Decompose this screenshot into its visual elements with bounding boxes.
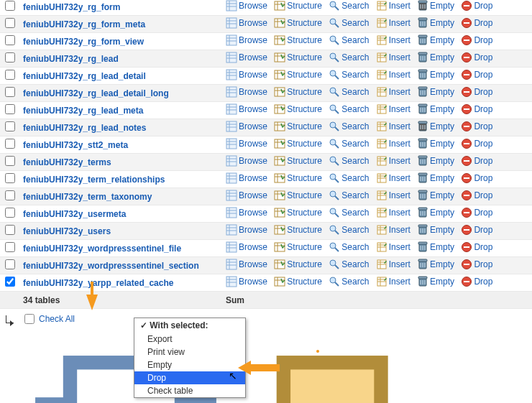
row-checkbox[interactable] xyxy=(5,1,15,11)
browse-action[interactable]: Browse xyxy=(226,52,267,63)
insert-action[interactable]: Insert xyxy=(376,172,411,184)
insert-action[interactable]: Insert xyxy=(376,155,411,167)
drop-action[interactable]: Drop xyxy=(461,17,492,29)
empty-action[interactable]: Empty xyxy=(417,86,454,98)
drop-action[interactable]: Drop xyxy=(461,0,492,11)
structure-action[interactable]: Structure xyxy=(274,52,322,63)
structure-action[interactable]: Structure xyxy=(274,276,322,287)
insert-action[interactable]: Insert xyxy=(376,121,411,132)
table-link[interactable]: feniubUHI732y_rg_lead xyxy=(23,54,119,64)
row-checkbox[interactable] xyxy=(5,139,15,149)
search-action[interactable]: Search xyxy=(329,17,369,29)
row-checkbox[interactable] xyxy=(5,156,15,166)
structure-action[interactable]: Structure xyxy=(274,121,322,132)
search-action[interactable]: Search xyxy=(329,121,369,132)
row-checkbox[interactable] xyxy=(5,104,15,114)
drop-action[interactable]: Drop xyxy=(461,69,492,80)
browse-action[interactable]: Browse xyxy=(226,103,267,115)
search-action[interactable]: Search xyxy=(329,103,369,115)
table-link[interactable]: feniubUHI732y_rg_lead_notes xyxy=(23,123,146,133)
row-checkbox[interactable] xyxy=(5,52,15,62)
structure-action[interactable]: Structure xyxy=(274,259,322,270)
structure-action[interactable]: Structure xyxy=(274,17,322,29)
dropdown-item[interactable]: Print view xyxy=(134,346,245,358)
insert-action[interactable]: Insert xyxy=(376,103,411,115)
dropdown-item[interactable]: Check table xyxy=(134,384,245,397)
browse-action[interactable]: Browse xyxy=(226,190,267,201)
structure-action[interactable]: Structure xyxy=(274,207,322,218)
empty-action[interactable]: Empty xyxy=(417,172,454,184)
insert-action[interactable]: Insert xyxy=(376,0,411,11)
table-link[interactable]: feniubUHI732y_terms xyxy=(23,157,111,167)
insert-action[interactable]: Insert xyxy=(376,259,411,270)
structure-action[interactable]: Structure xyxy=(274,103,322,115)
insert-action[interactable]: Insert xyxy=(376,276,411,287)
table-link[interactable]: feniubUHI732y_usermeta xyxy=(23,209,126,219)
search-action[interactable]: Search xyxy=(329,259,369,270)
table-link[interactable]: feniubUHI732y_rg_lead_detail xyxy=(23,71,146,81)
search-action[interactable]: Search xyxy=(329,224,369,236)
empty-action[interactable]: Empty xyxy=(417,207,454,218)
row-checkbox[interactable] xyxy=(5,190,15,200)
drop-action[interactable]: Drop xyxy=(461,259,492,270)
insert-action[interactable]: Insert xyxy=(376,86,411,98)
row-checkbox[interactable] xyxy=(5,87,15,97)
insert-action[interactable]: Insert xyxy=(376,34,411,46)
insert-action[interactable]: Insert xyxy=(376,52,411,63)
row-checkbox[interactable] xyxy=(5,277,15,287)
drop-action[interactable]: Drop xyxy=(461,172,492,184)
drop-action[interactable]: Drop xyxy=(461,121,492,132)
dropdown-item[interactable]: Export xyxy=(134,333,245,346)
search-action[interactable]: Search xyxy=(329,155,369,167)
search-action[interactable]: Search xyxy=(329,0,369,11)
drop-action[interactable]: Drop xyxy=(461,207,492,218)
drop-action[interactable]: Drop xyxy=(461,52,492,63)
table-link[interactable]: feniubUHI732y_rg_lead_meta xyxy=(23,106,143,116)
search-action[interactable]: Search xyxy=(329,86,369,98)
structure-action[interactable]: Structure xyxy=(274,155,322,167)
structure-action[interactable]: Structure xyxy=(274,172,322,184)
table-link[interactable]: feniubUHI732y_yarpp_related_cache xyxy=(23,278,173,288)
structure-action[interactable]: Structure xyxy=(274,224,322,236)
browse-action[interactable]: Browse xyxy=(226,207,267,218)
browse-action[interactable]: Browse xyxy=(226,241,267,253)
empty-action[interactable]: Empty xyxy=(417,0,454,11)
drop-action[interactable]: Drop xyxy=(461,86,492,98)
table-link[interactable]: feniubUHI732y_users xyxy=(23,226,111,236)
table-link[interactable]: feniubUHI732y_term_taxonomy xyxy=(23,192,152,202)
table-link[interactable]: feniubUHI732y_rg_lead_detail_long xyxy=(23,88,169,98)
browse-action[interactable]: Browse xyxy=(226,69,267,80)
search-action[interactable]: Search xyxy=(329,207,369,218)
drop-action[interactable]: Drop xyxy=(461,103,492,115)
row-checkbox[interactable] xyxy=(5,259,15,269)
search-action[interactable]: Search xyxy=(329,34,369,46)
row-checkbox[interactable] xyxy=(5,242,15,252)
empty-action[interactable]: Empty xyxy=(417,259,454,270)
drop-action[interactable]: Drop xyxy=(461,34,492,46)
table-link[interactable]: feniubUHI732y_wordpresssentinel_file xyxy=(23,244,181,254)
insert-action[interactable]: Insert xyxy=(376,138,411,149)
drop-action[interactable]: Drop xyxy=(461,224,492,236)
row-checkbox[interactable] xyxy=(5,70,15,80)
drop-action[interactable]: Drop xyxy=(461,276,492,287)
empty-action[interactable]: Empty xyxy=(417,34,454,46)
browse-action[interactable]: Browse xyxy=(226,121,267,132)
structure-action[interactable]: Structure xyxy=(274,190,322,201)
table-link[interactable]: feniubUHI732y_rg_form xyxy=(23,2,120,12)
browse-action[interactable]: Browse xyxy=(226,138,267,149)
structure-action[interactable]: Structure xyxy=(274,86,322,98)
search-action[interactable]: Search xyxy=(329,190,369,201)
table-link[interactable]: feniubUHI732y_stt2_meta xyxy=(23,140,128,150)
empty-action[interactable]: Empty xyxy=(417,224,454,236)
insert-action[interactable]: Insert xyxy=(376,224,411,236)
browse-action[interactable]: Browse xyxy=(226,86,267,98)
structure-action[interactable]: Structure xyxy=(274,0,322,11)
browse-action[interactable]: Browse xyxy=(226,0,267,11)
table-link[interactable]: feniubUHI732y_wordpresssentinel_section xyxy=(23,261,199,271)
empty-action[interactable]: Empty xyxy=(417,121,454,132)
browse-action[interactable]: Browse xyxy=(226,17,267,29)
browse-action[interactable]: Browse xyxy=(226,34,267,46)
table-link[interactable]: feniubUHI732y_rg_form_view xyxy=(23,37,144,47)
search-action[interactable]: Search xyxy=(329,241,369,253)
drop-action[interactable]: Drop xyxy=(461,241,492,253)
